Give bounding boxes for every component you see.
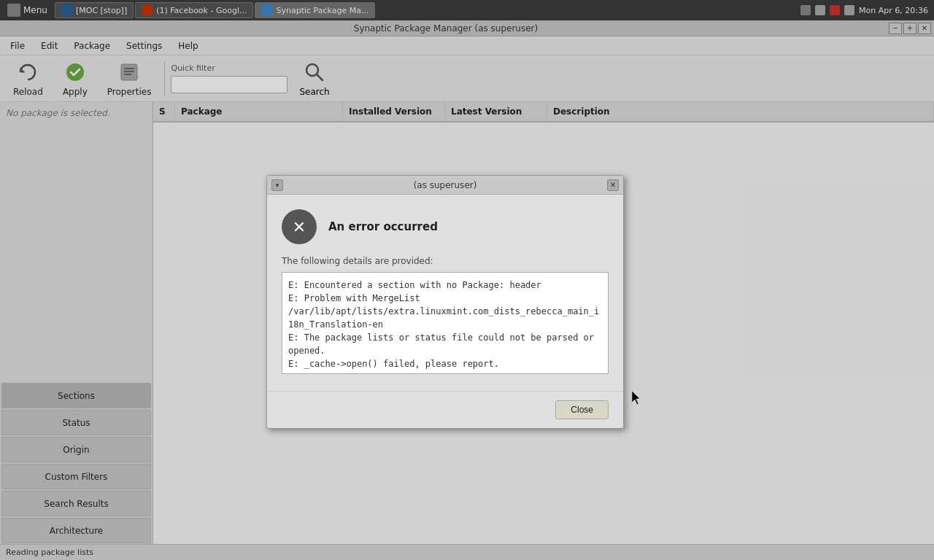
dialog-title: (as superuser)	[283, 180, 607, 190]
dialog-body: An error occurred The following details …	[267, 195, 623, 391]
dialog-error-textarea[interactable]: E: Encountered a section with no Package…	[282, 272, 609, 374]
dialog-header-row: An error occurred	[282, 209, 609, 244]
modal-overlay: ▾ (as superuser) ✕ An error occurred The…	[0, 0, 934, 560]
dialog-titlebar: ▾ (as superuser) ✕	[267, 176, 623, 195]
close-button[interactable]: Close	[555, 400, 609, 419]
error-icon	[282, 209, 317, 244]
dialog-close-button[interactable]: ✕	[607, 179, 619, 191]
dialog-subtitle: The following details are provided:	[282, 256, 609, 266]
dialog-footer: Close	[267, 391, 623, 428]
error-dialog: ▾ (as superuser) ✕ An error occurred The…	[266, 175, 624, 429]
dialog-error-title: An error occurred	[328, 220, 438, 233]
dialog-dropdown-button[interactable]: ▾	[271, 179, 283, 191]
